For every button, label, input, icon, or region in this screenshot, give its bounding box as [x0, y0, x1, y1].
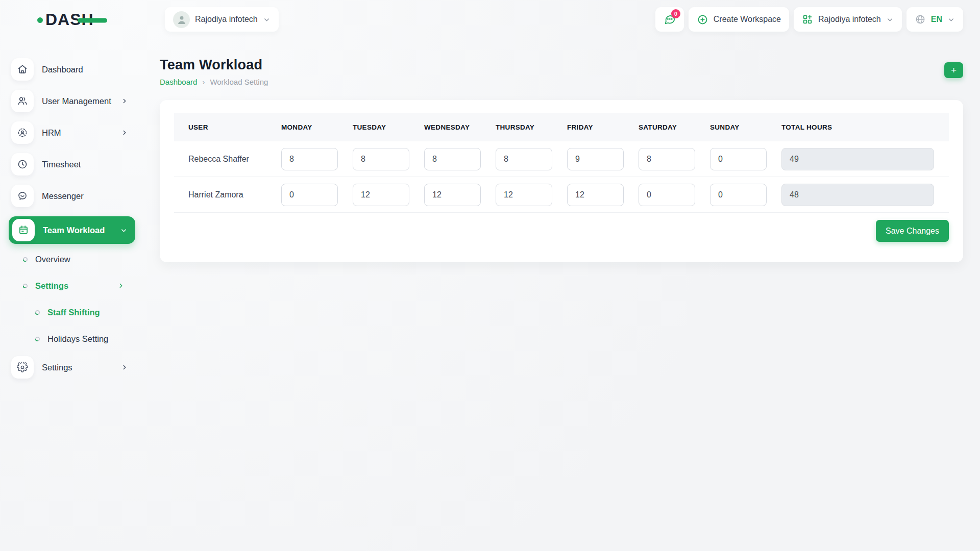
breadcrumb-current: Workload Setting — [210, 78, 268, 86]
messenger-icon — [11, 185, 34, 207]
gear-icon — [11, 356, 34, 379]
hours-input-thursday[interactable] — [496, 148, 552, 170]
workspace-selector-label: Rajodiya infotech — [195, 15, 258, 24]
sidebar-item-label: Messenger — [42, 191, 84, 201]
sidebar: Dashboard User Management HRM — [0, 39, 135, 551]
breadcrumb: Dashboard › Workload Setting — [160, 78, 268, 86]
workload-card: USER MONDAY TUESDAY WEDNESDAY THURSDAY F… — [160, 100, 963, 262]
logo-dash-icon — [78, 18, 107, 22]
column-header-wednesday: WEDNESDAY — [424, 123, 496, 131]
hours-input-sunday[interactable] — [710, 184, 767, 206]
sidebar-item-team-workload-settings[interactable]: Settings — [0, 272, 135, 299]
top-header: DASH Rajodiya infotech 0 Create W — [0, 0, 980, 39]
plus-circle-icon — [697, 14, 708, 26]
chevron-right-icon — [117, 282, 125, 289]
company-selector[interactable]: Rajodiya infotech — [794, 7, 902, 32]
hrm-icon — [11, 121, 34, 144]
sidebar-item-label: Settings — [35, 281, 68, 291]
workspace-selector[interactable]: Rajodiya infotech — [165, 7, 279, 32]
workspace-grid-icon — [802, 14, 813, 25]
sidebar-item-settings[interactable]: Settings — [11, 356, 135, 379]
add-button[interactable]: + — [944, 62, 963, 78]
app-logo[interactable]: DASH — [37, 11, 94, 28]
users-icon — [11, 90, 34, 112]
sidebar-item-staff-shifting[interactable]: Staff Shifting — [0, 299, 135, 325]
calendar-icon — [12, 219, 35, 241]
table-row: Rebecca Shaffer — [174, 141, 949, 177]
hours-input-saturday[interactable] — [639, 148, 695, 170]
main-content: Team Workload Dashboard › Workload Setti… — [135, 39, 980, 551]
sidebar-item-dashboard[interactable]: Dashboard — [11, 58, 135, 81]
column-header-friday: FRIDAY — [567, 123, 639, 131]
globe-icon — [915, 14, 926, 25]
chevron-down-icon — [947, 16, 955, 23]
chevron-right-icon — [121, 97, 128, 105]
sidebar-item-label: Staff Shifting — [47, 308, 100, 317]
total-hours-input — [781, 184, 934, 206]
sidebar-item-timesheet[interactable]: Timesheet — [11, 153, 135, 176]
sidebar-item-label: Timesheet — [42, 160, 81, 169]
table-header-row: USER MONDAY TUESDAY WEDNESDAY THURSDAY F… — [174, 113, 949, 141]
hours-input-friday[interactable] — [567, 184, 624, 206]
card-actions: Save Changes — [174, 220, 949, 242]
column-header-total-hours: TOTAL HOURS — [781, 123, 949, 131]
bullet-ring-icon — [22, 283, 28, 289]
sidebar-item-holidays-setting[interactable]: Holidays Setting — [0, 325, 135, 352]
create-workspace-button[interactable]: Create Workspace — [689, 7, 789, 32]
page-head: Team Workload Dashboard › Workload Setti… — [160, 57, 963, 86]
app-root: DASH Rajodiya infotech 0 Create W — [0, 0, 980, 551]
sidebar-item-hrm[interactable]: HRM — [11, 121, 135, 144]
sidebar-item-label: Overview — [35, 255, 70, 264]
hours-input-tuesday[interactable] — [353, 184, 409, 206]
column-header-monday: MONDAY — [281, 123, 353, 131]
sidebar-item-messenger[interactable]: Messenger — [11, 185, 135, 207]
chevron-right-icon — [121, 129, 128, 136]
hours-input-sunday[interactable] — [710, 148, 767, 170]
hours-input-friday[interactable] — [567, 148, 624, 170]
breadcrumb-link-dashboard[interactable]: Dashboard — [160, 78, 197, 86]
person-icon — [176, 13, 188, 26]
table-row: Harriet Zamora — [174, 177, 949, 213]
breadcrumb-separator: › — [202, 78, 205, 86]
hours-input-thursday[interactable] — [496, 184, 552, 206]
column-header-user: USER — [174, 123, 281, 131]
language-selector-label: EN — [931, 15, 942, 24]
create-workspace-label: Create Workspace — [714, 15, 781, 24]
sidebar-item-label: User Management — [42, 96, 111, 106]
bullet-ring-icon — [35, 336, 40, 342]
messages-button[interactable]: 0 — [655, 7, 684, 32]
chevron-down-icon — [886, 16, 894, 23]
language-selector[interactable]: EN — [906, 7, 963, 32]
sidebar-item-label: Team Workload — [43, 226, 105, 235]
hours-input-saturday[interactable] — [639, 184, 695, 206]
chevron-right-icon — [121, 364, 128, 371]
user-name: Harriet Zamora — [174, 190, 281, 199]
page-title: Team Workload — [160, 57, 268, 73]
avatar — [173, 11, 190, 28]
messages-badge: 0 — [671, 9, 680, 18]
column-header-saturday: SATURDAY — [639, 123, 710, 131]
hours-input-tuesday[interactable] — [353, 148, 409, 170]
column-header-tuesday: TUESDAY — [353, 123, 424, 131]
hours-input-monday[interactable] — [281, 148, 338, 170]
clock-icon — [11, 153, 34, 176]
save-changes-button[interactable]: Save Changes — [876, 220, 949, 242]
user-name: Rebecca Shaffer — [174, 155, 281, 164]
hours-input-monday[interactable] — [281, 184, 338, 206]
sidebar-item-label: Dashboard — [42, 65, 83, 74]
sidebar-item-user-management[interactable]: User Management — [11, 90, 135, 112]
sidebar-item-team-workload[interactable]: Team Workload — [9, 216, 135, 244]
logo-dot-icon — [37, 17, 43, 23]
logo-area: DASH — [0, 11, 135, 28]
home-icon — [11, 58, 34, 81]
sidebar-item-label: Settings — [42, 363, 72, 372]
total-hours-input — [781, 148, 934, 170]
bullet-ring-icon — [35, 310, 40, 315]
company-selector-label: Rajodiya infotech — [818, 15, 881, 24]
hours-input-wednesday[interactable] — [424, 148, 481, 170]
header-actions: 0 Create Workspace Rajodiya infotech EN — [655, 7, 963, 32]
sidebar-item-overview[interactable]: Overview — [0, 246, 135, 272]
column-header-thursday: THURSDAY — [496, 123, 567, 131]
hours-input-wednesday[interactable] — [424, 184, 481, 206]
column-header-sunday: SUNDAY — [710, 123, 781, 131]
